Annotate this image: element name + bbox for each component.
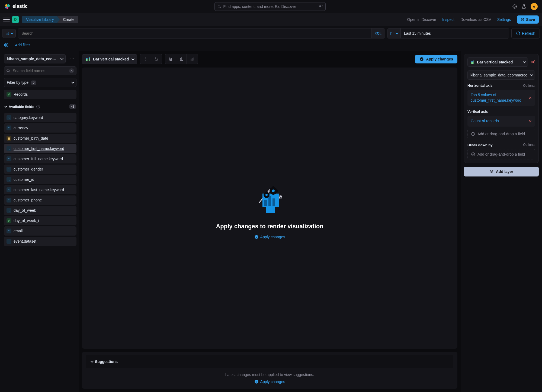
settings-sliders-button[interactable] <box>151 54 162 64</box>
refresh-button[interactable]: Refresh <box>511 28 540 38</box>
available-fields-header[interactable]: Available fields i 46 <box>4 103 76 110</box>
breadcrumb: Visualize Library Create <box>22 16 78 23</box>
data-view-actions[interactable]: ⋯ <box>68 54 76 64</box>
layer-data-view-selector[interactable]: kibana_sample_data_ecommerce <box>467 70 535 80</box>
viz-prompt-title: Apply changes to render visualization <box>216 223 323 230</box>
svg-point-17 <box>155 58 156 59</box>
remove-dimension-icon[interactable]: ✕ <box>529 119 532 123</box>
settings-link[interactable]: Settings <box>497 17 511 22</box>
vertical-axis-dimension[interactable]: Count of records ✕ <box>467 116 535 127</box>
query-bar: KQL Last 15 minutes Refresh <box>0 26 542 41</box>
field-item[interactable]: #day_of_week_i <box>4 216 76 225</box>
clear-search-icon[interactable]: ✕ <box>69 68 74 73</box>
bottom-axis-button[interactable] <box>176 54 187 64</box>
user-avatar[interactable]: e <box>531 3 538 10</box>
field-item[interactable]: tcustomer_id <box>4 175 76 184</box>
field-item[interactable]: tcustomer_phone <box>4 195 76 205</box>
field-item[interactable]: temail <box>4 226 76 236</box>
svg-point-18 <box>157 59 158 60</box>
records-field[interactable]: # Records <box>4 90 76 99</box>
search-icon <box>217 5 221 8</box>
lens-main: kibana_sample_data_eco… ⋯ ✕ Filter by ty… <box>0 51 542 392</box>
svg-rect-20 <box>170 59 171 61</box>
svg-rect-35 <box>272 186 274 188</box>
date-quick-button[interactable] <box>387 28 401 38</box>
brand-name: elastic <box>12 4 28 9</box>
date-picker[interactable]: Last 15 minutes <box>387 28 509 38</box>
saved-query-icon[interactable] <box>4 43 9 47</box>
open-in-discover-link[interactable]: Open in Discover <box>407 17 436 22</box>
help-icon[interactable] <box>512 4 517 9</box>
field-item[interactable]: tcustomer_full_name.​keyword <box>4 154 76 163</box>
svg-point-38 <box>265 194 268 196</box>
bar-stacked-icon <box>470 60 475 64</box>
field-search[interactable]: ✕ <box>4 66 76 75</box>
chevron-down-icon <box>71 81 74 83</box>
chevron-down-icon <box>523 60 526 63</box>
suggestions-apply-link[interactable]: Apply changes <box>86 380 453 384</box>
field-item[interactable]: tday_of_week <box>4 206 76 215</box>
global-search[interactable]: Find apps, content, and more. Ex: Discov… <box>214 2 326 11</box>
svg-rect-8 <box>391 32 394 35</box>
field-name: event.​dataset <box>14 239 36 243</box>
field-item[interactable]: ▦customer_birth_date <box>4 134 76 143</box>
dataview-filter-button[interactable] <box>2 29 16 38</box>
save-button[interactable]: Save <box>517 15 539 24</box>
vertical-axis-drop[interactable]: Add or drag-and-drop a field <box>467 129 535 139</box>
query-input[interactable] <box>18 28 371 38</box>
apply-changes-link[interactable]: Apply changes <box>254 235 285 239</box>
delete-layer-icon[interactable] <box>530 60 535 65</box>
field-item[interactable]: tcustomer_first_name.​keyword <box>4 144 76 153</box>
svg-rect-7 <box>6 32 9 35</box>
remove-dimension-icon[interactable]: ✕ <box>529 96 532 100</box>
kql-toggle[interactable]: KQL <box>371 28 385 38</box>
date-range-value: Last 15 minutes <box>401 31 434 36</box>
optional-label: Optional <box>523 84 535 88</box>
right-axis-button <box>187 54 198 64</box>
left-axis-button[interactable] <box>165 54 176 64</box>
breadcrumb-visualize-library[interactable]: Visualize Library <box>22 16 57 23</box>
space-selector[interactable]: D <box>12 16 19 23</box>
svg-rect-13 <box>88 59 88 61</box>
info-icon[interactable]: i <box>36 105 40 108</box>
field-item[interactable]: tcategory.​keyword <box>4 113 76 122</box>
svg-rect-45 <box>472 61 473 62</box>
elastic-logo[interactable]: elastic <box>4 4 28 9</box>
layer-chart-type-selector[interactable]: Bar vertical stacked <box>467 57 528 67</box>
svg-rect-21 <box>171 58 172 60</box>
check-circle-icon <box>254 235 259 239</box>
apply-changes-button[interactable]: Apply changes <box>415 55 457 63</box>
add-filter-button[interactable]: + Add filter <box>12 43 30 47</box>
svg-point-10 <box>7 69 9 72</box>
field-item[interactable]: tcurrency <box>4 123 76 133</box>
svg-rect-22 <box>180 58 181 60</box>
nav-toggle-icon[interactable] <box>3 16 10 23</box>
horizontal-axis-dimension[interactable]: Top 5 values of customer_first_name.keyw… <box>467 90 535 106</box>
field-item[interactable]: tcustomer_gender <box>4 165 76 174</box>
field-item[interactable]: tcustomer_last_name.​keyword <box>4 185 76 194</box>
global-search-placeholder: Find apps, content, and more. Ex: Discov… <box>223 4 296 9</box>
filter-by-type[interactable]: Filter by type 0 <box>4 78 76 87</box>
data-view-selector[interactable]: kibana_sample_data_eco… <box>4 54 66 63</box>
apply-link-label: Apply changes <box>260 235 285 239</box>
chevron-down-icon <box>396 31 399 34</box>
suggestions-toggle[interactable]: Suggestions <box>86 355 453 368</box>
add-layer-button[interactable]: Add layer <box>464 167 539 176</box>
field-type-icon: t <box>7 208 11 213</box>
avatar-letter: e <box>533 4 535 8</box>
optional-label: Optional <box>523 143 535 147</box>
field-search-input[interactable] <box>13 69 67 73</box>
field-type-icon: t <box>7 126 11 130</box>
breakdown-title: Break down by <box>467 143 492 147</box>
horizontal-axis-header: Horizontal axis Optional <box>467 83 535 88</box>
field-item[interactable]: tevent.​dataset <box>4 237 76 246</box>
chart-type-selector[interactable]: Bar vertical stacked <box>82 54 137 64</box>
suggestions-apply-label: Apply changes <box>260 380 285 384</box>
breakdown-drop[interactable]: Add or drag-and-drop a field <box>467 149 535 159</box>
refresh-label: Refresh <box>522 31 535 36</box>
beaker-icon[interactable] <box>521 4 526 9</box>
global-header: elastic Find apps, content, and more. Ex… <box>0 0 542 13</box>
download-csv-link[interactable]: Download as CSV <box>460 17 491 22</box>
toolbar-group-2 <box>165 54 198 64</box>
inspect-link[interactable]: Inspect <box>442 17 454 22</box>
